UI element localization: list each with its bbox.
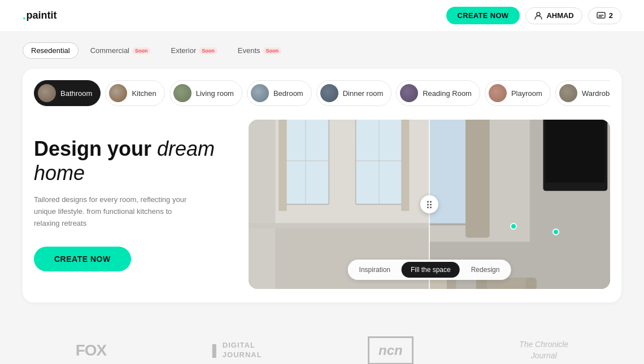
hero-create-now-button[interactable]: CREATE NOW <box>34 247 131 271</box>
action-inspiration[interactable]: Inspiration <box>350 262 399 278</box>
hero-title: Design your dream home <box>34 137 226 185</box>
room-chip-img-wardrobe <box>559 84 577 102</box>
logo-dj-text: DIGITALJOURNAL <box>223 341 262 360</box>
logo-chronicle-journal: The ChronicleJournal <box>519 339 568 361</box>
room-chip-reading-room[interactable]: Reading Room <box>396 80 480 106</box>
room-categories: Bathroom Kitchen Living room Bedroom Din… <box>34 80 610 106</box>
room-chip-label-bedroom: Bedroom <box>273 89 303 98</box>
svg-rect-43 <box>429 242 610 252</box>
tab-events[interactable]: Events Soon <box>229 42 290 59</box>
room-chip-img-reading <box>400 84 418 102</box>
action-fill-space[interactable]: Fill the space <box>402 262 460 278</box>
user-icon <box>534 11 543 20</box>
logo-dot: . <box>23 9 26 22</box>
message-count: 2 <box>609 11 613 20</box>
hero-section: Design your dream home Tailored designs … <box>34 120 610 289</box>
svg-rect-15 <box>401 120 409 211</box>
room-chip-img-kitchen <box>109 84 127 102</box>
room-chip-label-kitchen: Kitchen <box>132 89 156 98</box>
tab-badge-commercial: Soon <box>132 47 151 54</box>
header-right: CREATE NOW AHMAD 2 <box>446 7 622 24</box>
handle-dots-icon <box>427 201 432 208</box>
room-chip-label-living: Living room <box>196 89 234 98</box>
room-chip-img-dinner <box>320 84 338 102</box>
room-chip-playroom[interactable]: Playroom <box>485 80 551 106</box>
room-chip-label-dinner: Dinner room <box>343 89 384 98</box>
svg-rect-5 <box>249 120 275 289</box>
tab-exterior[interactable]: Exterior Soon <box>163 42 226 59</box>
main-card: Bathroom Kitchen Living room Bedroom Din… <box>23 69 621 302</box>
room-chip-label-playroom: Playroom <box>511 89 542 98</box>
room-chip-img-playroom <box>489 84 507 102</box>
room-chip-kitchen[interactable]: Kitchen <box>105 80 164 106</box>
header-create-now-button[interactable]: CREATE NOW <box>446 7 520 24</box>
room-chip-label-reading: Reading Room <box>423 89 472 98</box>
tab-residential[interactable]: Resedential <box>23 42 79 59</box>
logo-dj-bar: ▌ <box>212 345 220 356</box>
logo-fox: FOX <box>76 341 107 359</box>
room-chip-label-wardrobe: Wardrobe <box>582 89 610 98</box>
room-chip-bedroom[interactable]: Bedroom <box>247 80 312 106</box>
hero-subtitle: Tailored designs for every room, reflect… <box>34 194 192 229</box>
room-chip-dinner-room[interactable]: Dinner room <box>316 80 392 106</box>
user-profile-button[interactable]: AHMAD <box>525 7 582 24</box>
messages-button[interactable]: 2 <box>588 7 621 24</box>
tab-commercial[interactable]: Commercial Soon <box>82 42 159 59</box>
tab-badge-events: Soon <box>263 47 282 54</box>
messages-icon <box>597 11 606 20</box>
press-logos: FOX ▌ DIGITALJOURNAL ncn The ChronicleJo… <box>0 319 644 364</box>
furniture-dot-1[interactable] <box>510 223 517 230</box>
user-name: AHMAD <box>546 11 573 20</box>
room-chip-wardrobe[interactable]: Wardrobe <box>555 80 610 106</box>
logo-chronicle-text: The ChronicleJournal <box>519 340 568 360</box>
logo-digital-journal: ▌ DIGITALJOURNAL <box>212 341 262 360</box>
room-chip-living-room[interactable]: Living room <box>169 80 242 106</box>
before-after-image: Inspiration Fill the space Redesign <box>249 120 610 289</box>
hero-text: Design your dream home Tailored designs … <box>34 120 226 271</box>
logo-text: paintit <box>27 10 57 21</box>
svg-rect-25 <box>465 120 490 238</box>
svg-rect-41 <box>526 278 537 289</box>
logo-ncn: ncn <box>368 336 414 364</box>
svg-rect-16 <box>249 223 429 228</box>
room-chip-label-bathroom: Bathroom <box>60 89 92 98</box>
action-redesign[interactable]: Redesign <box>462 262 509 278</box>
logo: . paintit <box>23 9 57 22</box>
main-content: Resedential Commercial Soon Exterior Soo… <box>0 31 644 319</box>
furniture-dot-2[interactable] <box>552 229 559 235</box>
room-chip-bathroom[interactable]: Bathroom <box>34 80 101 106</box>
before-after-handle[interactable] <box>420 195 438 213</box>
room-chip-img-bathroom <box>38 84 56 102</box>
room-chip-img-living <box>173 84 192 102</box>
svg-point-0 <box>537 12 540 16</box>
category-tabs: Resedential Commercial Soon Exterior Soo… <box>23 42 621 59</box>
room-chip-img-bedroom <box>251 84 269 102</box>
tab-badge-exterior: Soon <box>199 47 217 54</box>
svg-rect-27 <box>546 120 604 183</box>
svg-rect-10 <box>279 120 286 211</box>
hero-title-main: Design your <box>34 137 157 160</box>
action-pills: Inspiration Fill the space Redesign <box>348 260 511 280</box>
header: . paintit CREATE NOW AHMAD 2 <box>0 0 644 31</box>
